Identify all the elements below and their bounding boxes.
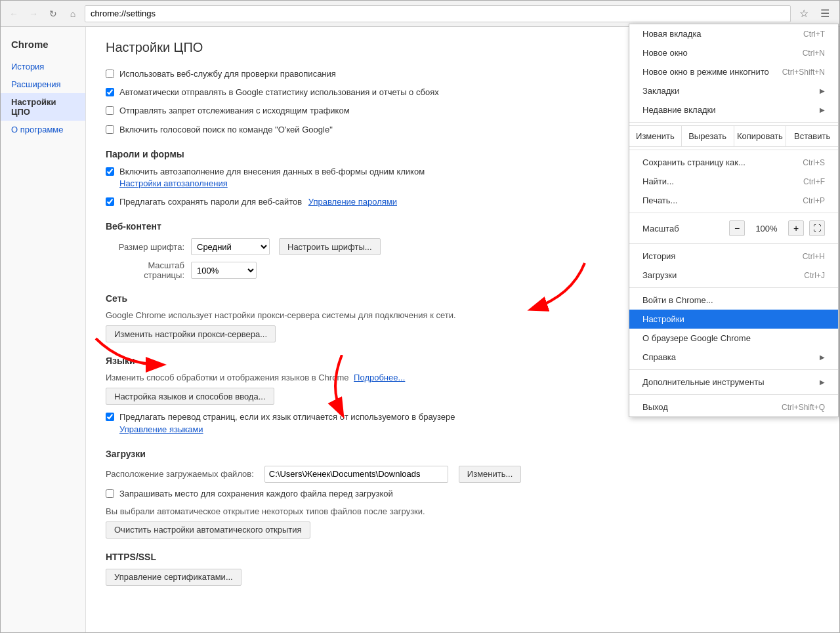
menu-copy-button[interactable]: Копировать	[734, 126, 786, 146]
download-location-row: Расположение загружаемых файлов: Изменит…	[106, 466, 820, 483]
clear-auto-open-button[interactable]: Очистить настройки автоматического откры…	[106, 521, 310, 539]
menu-label-tools: Дополнительные инструменты	[642, 377, 765, 387]
menu-label-new-window: Новое окно	[642, 48, 688, 58]
menu-paste-button[interactable]: Вставить	[786, 126, 838, 146]
menu-divider-2	[629, 150, 838, 150]
translate-label: Предлагать перевод страниц, если их язык…	[119, 411, 455, 435]
menu-item-print[interactable]: Печать... Ctrl+P	[629, 191, 838, 210]
sidebar-item-about[interactable]: О программе	[1, 121, 85, 138]
bookmark-star-button[interactable]: ☆	[795, 5, 813, 23]
menu-label-find: Найти...	[642, 176, 674, 186]
menu-item-save-page[interactable]: Сохранить страницу как... Ctrl+S	[629, 153, 838, 172]
chrome-menu-button[interactable]: ☰	[816, 5, 834, 23]
menu-label-exit: Выход	[642, 402, 668, 412]
menu-divider-1	[629, 122, 838, 123]
sidebar-item-settings[interactable]: Настройки ЦПО	[1, 93, 85, 121]
menu-item-help[interactable]: Справка ▶	[629, 348, 838, 367]
manage-passwords-link[interactable]: Управление паролями	[308, 197, 397, 207]
menu-item-settings[interactable]: Настройки	[629, 310, 838, 329]
browser-frame: ← → ↻ ⌂ ☆ ☰ Chrome История Расширения На…	[0, 0, 840, 633]
menu-item-incognito[interactable]: Новое окно в режиме инкогнито Ctrl+Shift…	[629, 62, 838, 81]
voice-label: Включить голосовой поиск по команде "О'к…	[119, 124, 333, 136]
font-settings-button[interactable]: Настроить шрифты...	[279, 238, 381, 255]
menu-arrow-tools: ▶	[820, 378, 825, 386]
translate-checkbox[interactable]	[106, 413, 114, 421]
download-path-input[interactable]	[264, 466, 448, 483]
zoom-fullscreen-button[interactable]: ⛶	[809, 220, 825, 236]
menu-label-history: История	[642, 251, 675, 261]
menu-shortcut-new-window: Ctrl+N	[803, 49, 825, 58]
browser-content: Chrome История Расширения Настройки ЦПО …	[1, 27, 839, 632]
manage-languages-link[interactable]: Управление языками	[119, 424, 203, 434]
menu-shortcut-history: Ctrl+H	[803, 252, 825, 261]
font-size-select[interactable]: Средний	[191, 238, 270, 255]
menu-shortcut-new-tab: Ctrl+T	[803, 30, 825, 39]
menu-item-recent-tabs[interactable]: Недавние вкладки ▶	[629, 100, 838, 119]
forward-button[interactable]: →	[26, 6, 41, 22]
menu-label-help: Справка	[642, 352, 676, 362]
menu-item-signin[interactable]: Войти в Chrome...	[629, 291, 838, 310]
sidebar-item-history[interactable]: История	[1, 58, 85, 75]
menu-item-downloads[interactable]: Загрузки Ctrl+J	[629, 266, 838, 285]
autofill-checkbox[interactable]	[106, 167, 114, 176]
menu-divider-3	[629, 213, 838, 213]
spellcheck-checkbox[interactable]	[106, 70, 114, 78]
menu-item-about[interactable]: О браузере Google Chrome	[629, 329, 838, 348]
page-scale-label: Масштаб страницы:	[106, 260, 184, 280]
menu-item-exit[interactable]: Выход Ctrl+Shift+Q	[629, 398, 838, 417]
zoom-value: 100%	[750, 224, 783, 234]
menu-item-bookmarks[interactable]: Закладки ▶	[629, 81, 838, 100]
menu-edit-button[interactable]: Изменить	[629, 126, 681, 146]
menu-label-save-page: Сохранить страницу как...	[642, 157, 746, 167]
save-passwords-checkbox[interactable]	[106, 197, 114, 206]
stats-label: Автоматически отправлять в Google статис…	[119, 87, 439, 98]
menu-shortcut-find: Ctrl+F	[803, 177, 825, 186]
manage-certs-button[interactable]: Управление сертификатами...	[106, 569, 242, 586]
toolbar-right: ☆ ☰	[795, 5, 834, 23]
menu-cut-button[interactable]: Вырезать	[681, 126, 734, 146]
menu-item-find[interactable]: Найти... Ctrl+F	[629, 172, 838, 191]
menu-divider-4	[629, 243, 838, 244]
proxy-settings-button[interactable]: Изменить настройки прокси-сервера...	[106, 325, 276, 342]
ask-location-checkbox[interactable]	[106, 489, 114, 498]
address-bar[interactable]	[85, 5, 791, 22]
zoom-minus-button[interactable]: −	[729, 220, 745, 236]
menu-item-history[interactable]: История Ctrl+H	[629, 247, 838, 266]
https-title: HTTPS/SSL	[106, 552, 820, 562]
menu-item-new-window[interactable]: Новое окно Ctrl+N	[629, 43, 838, 62]
font-size-label: Размер шрифта:	[106, 242, 184, 252]
sidebar: Chrome История Расширения Настройки ЦПО …	[1, 27, 86, 632]
dnt-checkbox[interactable]	[106, 106, 114, 115]
sidebar-item-extensions[interactable]: Расширения	[1, 75, 85, 93]
menu-arrow-bookmarks: ▶	[820, 87, 825, 94]
ask-location-checkbox-row: Запрашивать место для сохранения каждого…	[106, 488, 820, 500]
page-scale-select[interactable]: 100%	[191, 262, 257, 279]
download-location-label: Расположение загружаемых файлов:	[106, 469, 254, 479]
zoom-plus-button[interactable]: +	[788, 220, 804, 236]
menu-shortcut-exit: Ctrl+Shift+Q	[782, 403, 825, 412]
voice-checkbox[interactable]	[106, 125, 114, 134]
back-button[interactable]: ←	[6, 6, 22, 22]
stats-checkbox[interactable]	[106, 88, 114, 96]
menu-divider-5	[629, 287, 838, 288]
autofill-label: Включить автозаполнение для внесения дан…	[119, 166, 425, 190]
autofill-settings-link[interactable]: Настройки автозаполнения	[119, 178, 228, 188]
home-button[interactable]: ⌂	[65, 6, 81, 22]
menu-divider-7	[629, 394, 838, 395]
language-settings-button[interactable]: Настройка языков и способов ввода...	[106, 388, 274, 405]
menu-shortcut-print: Ctrl+P	[803, 196, 825, 205]
menu-item-tools[interactable]: Дополнительные инструменты ▶	[629, 373, 838, 392]
downloads-section: Загрузки Расположение загружаемых файлов…	[106, 449, 820, 539]
https-section: HTTPS/SSL Управление сертификатами...	[106, 552, 820, 586]
menu-shortcut-save-page: Ctrl+S	[803, 158, 825, 167]
dnt-label: Отправлять запрет отслеживания с исходящ…	[119, 105, 350, 117]
menu-label-downloads: Загрузки	[642, 270, 677, 280]
menu-item-new-tab[interactable]: Новая вкладка Ctrl+T	[629, 27, 838, 43]
reload-button[interactable]: ↻	[45, 6, 61, 22]
change-location-button[interactable]: Изменить...	[459, 466, 521, 483]
menu-arrow-help: ▶	[820, 354, 825, 361]
menu-edit-section: Изменить Вырезать Копировать Вставить	[629, 125, 838, 147]
zoom-row: Масштаб − 100% + ⛶	[629, 216, 838, 241]
browser-toolbar: ← → ↻ ⌂ ☆ ☰	[1, 1, 839, 27]
menu-arrow-recent-tabs: ▶	[820, 106, 825, 113]
